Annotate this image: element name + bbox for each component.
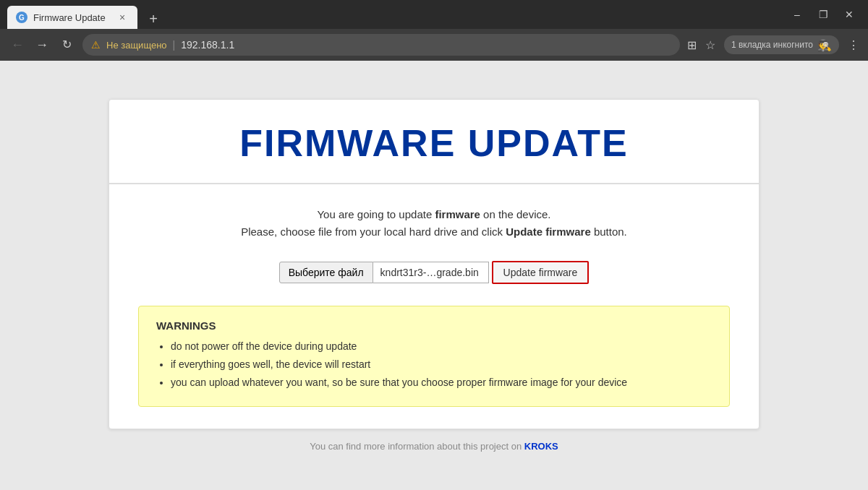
list-item: if everything goes well, the device will… — [171, 357, 712, 372]
footer-link[interactable]: KROKS — [524, 441, 558, 452]
desc-line2-post: button. — [591, 225, 627, 238]
page-footer: You can find more information about this… — [310, 441, 558, 452]
file-name-display: kndrt31r3-…grade.bin — [373, 262, 489, 283]
close-window-button[interactable]: ✕ — [843, 9, 855, 20]
tab-area: G Firmware Update × + — [7, 0, 163, 29]
content-card: FIRMWARE UPDATE You are going to update … — [109, 99, 760, 429]
incognito-badge[interactable]: 1 вкладка инкогнито 🕵 — [724, 35, 839, 54]
titlebar: G Firmware Update × + – ❐ ✕ — [0, 0, 868, 29]
warnings-box: WARNINGS do not power off the device dur… — [138, 306, 730, 407]
update-firmware-button[interactable]: Update firmware — [492, 261, 590, 284]
desc-line2-pre: Please, choose file from your local hard… — [241, 225, 506, 238]
active-tab[interactable]: G Firmware Update × — [7, 6, 137, 29]
incognito-text: 1 вкладка инкогнито — [731, 40, 813, 50]
footer-text-pre: You can find more information about this… — [310, 441, 524, 452]
tab-favicon: G — [16, 12, 27, 23]
url-text: 192.168.1.1 — [181, 39, 234, 51]
card-body: You are going to update firmware on the … — [109, 184, 759, 407]
list-item: do not power off the device during updat… — [171, 339, 712, 354]
choose-file-button[interactable]: Выберите файл — [279, 262, 373, 283]
desc-line2-bold: Update firmware — [506, 225, 591, 238]
tab-title: Firmware Update — [33, 12, 110, 23]
warnings-list: do not power off the device during updat… — [156, 339, 712, 390]
reload-button[interactable]: ↻ — [58, 39, 75, 51]
security-warning-icon: ⚠ — [91, 39, 101, 51]
list-item: you can upload whatever you want, so be … — [171, 375, 712, 390]
incognito-icon: 🕵 — [817, 38, 832, 52]
security-warning-text: Не защищено — [106, 40, 167, 51]
translate-icon[interactable]: ⊞ — [687, 38, 697, 52]
forward-button[interactable]: → — [33, 38, 51, 51]
desc-line1-post: on the device. — [480, 208, 551, 220]
desc-line1-pre: You are going to update — [317, 208, 435, 220]
restore-button[interactable]: ❐ — [817, 9, 829, 20]
file-row: Выберите файл kndrt31r3-…grade.bin Updat… — [138, 261, 730, 284]
bookmark-icon[interactable]: ☆ — [705, 38, 715, 52]
desc-line1-bold: firmware — [435, 208, 480, 220]
new-tab-button[interactable]: + — [143, 9, 163, 29]
addressbar: ← → ↻ ⚠ Не защищено | 192.168.1.1 ⊞ ☆ 1 … — [0, 29, 868, 61]
page-background: FIRMWARE UPDATE You are going to update … — [0, 61, 868, 490]
description: You are going to update firmware on the … — [138, 206, 730, 241]
menu-icon[interactable]: ⋮ — [848, 38, 859, 52]
toolbar-right: ⊞ ☆ 1 вкладка инкогнито 🕵 ⋮ — [687, 35, 859, 54]
warnings-title: WARNINGS — [156, 319, 712, 332]
window-controls: – ❐ ✕ — [791, 9, 861, 20]
page-title: FIRMWARE UPDATE — [138, 121, 730, 165]
url-separator: | — [173, 39, 176, 51]
back-button[interactable]: ← — [9, 38, 26, 51]
minimize-button[interactable]: – — [791, 9, 803, 20]
close-tab-button[interactable]: × — [116, 11, 129, 24]
url-bar[interactable]: ⚠ Не защищено | 192.168.1.1 — [82, 34, 680, 56]
card-header: FIRMWARE UPDATE — [109, 100, 759, 184]
